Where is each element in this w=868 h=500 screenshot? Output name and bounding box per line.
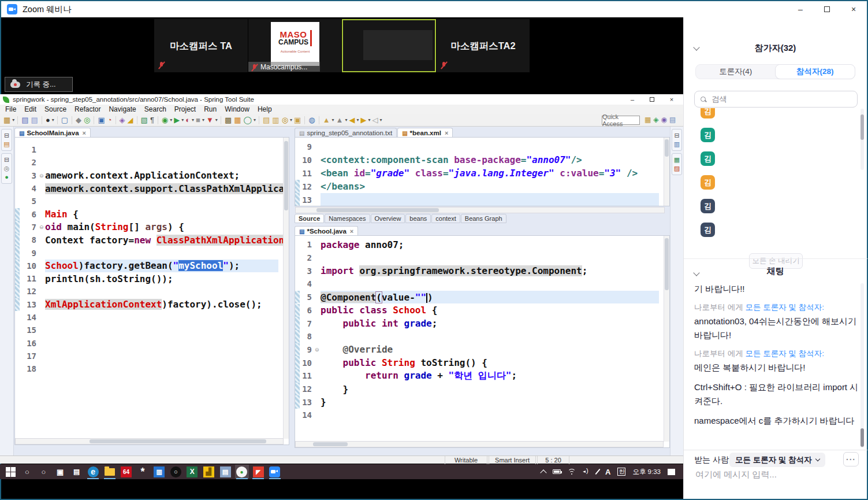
tab-schoolmain-java[interactable]: ▤ SchoolMain.java × [14, 128, 91, 138]
mail-app-icon[interactable]: ▥ [152, 465, 166, 479]
settings-gear-icon[interactable]: * [136, 465, 150, 479]
notification-center-icon[interactable] [668, 469, 675, 475]
web-browser-icon[interactable]: ◍ [308, 116, 315, 124]
tab--bean-xml[interactable]: ▤*bean.xml× [397, 128, 453, 138]
menu-edit[interactable]: Edit [20, 105, 40, 113]
start-button[interactable] [3, 465, 17, 479]
editor-bean-xml[interactable]: 910<context:component-scan base-package=… [295, 137, 670, 206]
menu-help[interactable]: Help [254, 105, 276, 113]
spring-perspective-icon[interactable]: ◈ [653, 116, 658, 124]
save-all-icon[interactable]: ▤ [31, 116, 38, 124]
power-app-icon[interactable]: ○ [169, 465, 182, 479]
dropdown-arrow-icon[interactable]: ▾ [192, 117, 194, 123]
tab-attendees[interactable]: 참석자(28) [776, 65, 855, 79]
last-edit-icon[interactable]: ◁ [372, 116, 378, 124]
chat-message-input[interactable] [694, 469, 856, 480]
cortana-icon[interactable]: ○ [36, 465, 50, 479]
view-tab-namespaces[interactable]: Namespaces [325, 214, 370, 223]
menu-refactor[interactable]: Refactor [70, 105, 105, 113]
video-tile-active-speaker[interactable] [342, 19, 436, 72]
coverage-icon[interactable]: ▼ [206, 116, 214, 124]
dropdown-arrow-icon[interactable]: ▾ [356, 117, 359, 123]
back-icon[interactable]: ◀ [349, 116, 355, 124]
video-tile-masocampus[interactable]: MASO CAMPUS Actionable Content Masocampu… [248, 19, 341, 72]
outline-view-icon[interactable]: ▥ [674, 140, 680, 149]
package-explorer-icon[interactable]: ▤ [3, 140, 9, 149]
ide-minimize-button[interactable]: – [623, 94, 642, 105]
participant-row[interactable]: 김 [701, 199, 851, 213]
participant-list[interactable]: 김김김김김김 [684, 108, 867, 247]
participant-search[interactable] [694, 91, 858, 108]
open-folder-icon[interactable]: ▤ [263, 116, 270, 124]
debug-icon[interactable]: ◉ [162, 116, 168, 124]
open-perspective-icon[interactable]: ▦ [645, 116, 651, 124]
horizontal-scrollbar[interactable] [295, 441, 664, 447]
menu-navigate[interactable]: Navigate [105, 105, 140, 113]
stop-icon[interactable]: ■ [196, 116, 200, 124]
editor-school[interactable]: 1package anno07;23import org.springframe… [295, 235, 670, 448]
volume-icon[interactable] [583, 469, 590, 475]
restore-view-icon[interactable]: ⊟ [674, 131, 679, 140]
forward-icon[interactable]: ▶ [360, 116, 366, 124]
fold-marker-icon[interactable]: ⊖ [315, 347, 321, 353]
boot-dashboard-icon[interactable]: ◎ [84, 116, 90, 124]
close-icon[interactable]: × [83, 129, 86, 136]
send-to-dropdown[interactable]: 모든 토론자 및 참석자 [729, 453, 825, 467]
excel-icon[interactable]: X [185, 465, 199, 479]
dropdown-arrow-icon[interactable]: ▾ [254, 117, 256, 123]
restore-view-icon[interactable]: ⊟ [4, 131, 9, 140]
fold-marker-icon[interactable]: ⊖ [39, 224, 45, 230]
participant-row[interactable]: 김 [701, 175, 851, 190]
sync-view-icon[interactable]: ▦ [674, 155, 680, 164]
view-tab-context[interactable]: context [431, 214, 460, 223]
task-view-icon[interactable]: ▣ [53, 465, 67, 479]
vertical-scrollbar[interactable] [283, 138, 289, 439]
video-tile-ta[interactable]: 마소캠퍼스 TA [154, 19, 248, 72]
view-tab-source[interactable]: Source [295, 214, 324, 223]
mail-icon[interactable]: ▣ [294, 116, 301, 124]
dropdown-arrow-icon[interactable]: ▾ [379, 117, 382, 123]
dropdown-arrow-icon[interactable]: ▾ [332, 117, 334, 123]
daum-64-icon[interactable]: 64 [119, 465, 133, 479]
red-app-icon[interactable]: ◤ [251, 465, 265, 479]
ime-english-indicator[interactable]: A [605, 468, 610, 476]
recording-indicator[interactable]: 기록 중... [5, 77, 73, 92]
search-icon[interactable]: ○ [20, 465, 34, 479]
tab-school-java[interactable]: ▤ *School.java × [295, 226, 358, 236]
new-type-icon[interactable]: ◯ [243, 116, 252, 124]
run-icon[interactable]: ▶ [174, 116, 180, 124]
palette-icon[interactable]: ◈ [120, 116, 125, 124]
new-package-icon[interactable]: ▦ [234, 116, 241, 124]
pin-editor-icon[interactable]: ◆ [76, 116, 81, 124]
dropdown-arrow-icon[interactable]: ▾ [181, 117, 184, 123]
dropdown-arrow-icon[interactable]: ▾ [345, 117, 347, 123]
flashlight-search-icon[interactable]: ◎ [282, 116, 288, 124]
participant-row[interactable]: 김 [701, 108, 851, 118]
restore-view-icon[interactable]: ⊟ [4, 155, 9, 164]
dropdown-arrow-icon[interactable]: ▾ [215, 117, 218, 123]
dropdown-arrow-icon[interactable]: ▾ [52, 117, 54, 123]
search-view-icon[interactable]: ◎ [4, 164, 10, 173]
pencil-icon[interactable]: ◢ [128, 116, 133, 124]
close-icon[interactable]: × [445, 129, 448, 136]
resource-perspective-icon[interactable]: ▤ [669, 116, 676, 124]
menu-file[interactable]: File [1, 105, 20, 113]
participant-row[interactable]: 김 [701, 151, 851, 166]
servers-view-icon[interactable]: ● [5, 173, 9, 182]
close-button[interactable]: × [840, 1, 867, 17]
chat-scrollbar[interactable] [860, 283, 864, 448]
tab-panelists[interactable]: 토론자(4) [696, 65, 776, 79]
spring-sts-icon[interactable]: ● [235, 465, 249, 479]
menu-run[interactable]: Run [200, 105, 221, 113]
show-whitespace-icon[interactable]: ¶ [150, 116, 154, 124]
ime-korean-indicator[interactable]: 한 [617, 468, 625, 476]
battery-icon[interactable] [553, 469, 561, 474]
view-tab-beans-graph[interactable]: Beans Graph [461, 214, 506, 223]
taskbar-clock[interactable]: 오후 9:33 [632, 468, 661, 476]
vertical-scrollbar[interactable] [664, 138, 669, 206]
problems-view-icon[interactable]: ▨ [674, 164, 680, 173]
view-tab-overview[interactable]: Overview [371, 214, 405, 223]
menu-window[interactable]: Window [221, 105, 254, 113]
open-window-icon[interactable]: ▢ [61, 116, 68, 124]
new-wizard-icon[interactable]: ▦ [3, 116, 10, 124]
